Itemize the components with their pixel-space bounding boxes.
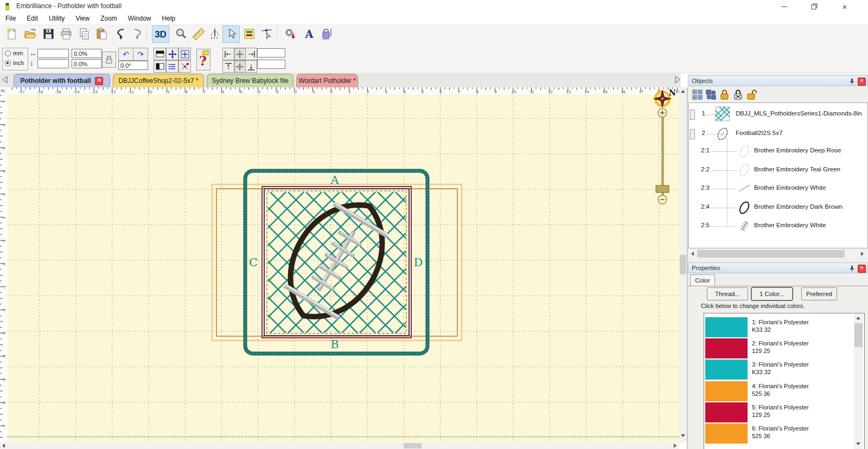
menu-zoom[interactable]: Zoom (95, 14, 123, 23)
tool-save-button[interactable] (40, 25, 58, 43)
menu-edit[interactable]: Edit (21, 14, 43, 23)
restore-button[interactable] (802, 0, 827, 13)
colors-vscrollbar[interactable] (854, 313, 863, 449)
objects-tool-unlock-button[interactable] (745, 88, 757, 100)
tool-object-properties-button[interactable] (241, 25, 258, 43)
scroll-up-icon[interactable] (681, 90, 685, 93)
object-tree-row[interactable]: 2:4Brother Embroidery Dark Brown (689, 198, 868, 217)
minimize-button[interactable] (771, 0, 796, 13)
menu-help[interactable]: Help (157, 14, 181, 23)
object-tree-row[interactable]: 1DBJJ_MLS_PotholdersSeries1-Diamonds-8in (689, 105, 868, 124)
thread-color-row[interactable]: 3: Floriani's PolyesterK33 32 (704, 360, 863, 380)
color-swatch[interactable] (705, 338, 748, 358)
scroll-left-icon[interactable] (691, 252, 694, 256)
tool-merge-design-button[interactable] (318, 25, 335, 43)
object-tree-row[interactable]: 2:1Brother Embroidery Deep Rose (689, 142, 868, 161)
tool-copy-button[interactable] (76, 25, 93, 43)
one-color-button[interactable]: 1 Color... (751, 287, 793, 300)
tool-zoom-button[interactable] (173, 25, 190, 43)
help-hoop-button[interactable]: ? (196, 49, 210, 70)
tab-close-icon[interactable]: ✕ (95, 77, 103, 85)
aspect-lock-button[interactable] (102, 52, 116, 68)
color-swatch[interactable] (705, 402, 748, 422)
thread-color-row[interactable]: 1: Floriani's PolyesterK33 32 (704, 317, 863, 338)
rotate-left-button[interactable]: ↶ (118, 48, 133, 61)
tabs-scroll-right-icon[interactable] (674, 76, 681, 84)
tool-align-right-button[interactable] (245, 48, 257, 60)
properties-close-icon[interactable]: ✕ (858, 265, 866, 273)
tool-open-button[interactable] (22, 25, 39, 43)
tab-document-2[interactable]: Sydney Brew Babylock file (207, 74, 293, 87)
pin-icon[interactable] (848, 78, 856, 85)
tool-paste-button[interactable] (93, 25, 111, 43)
thread-color-row[interactable]: 6: Floriani's Polyester525 36 (704, 424, 863, 444)
unit-inch-radio[interactable]: inch (3, 58, 28, 68)
tool-stitch-black-left-button[interactable] (154, 60, 166, 73)
tool-align-center-h-button[interactable] (234, 48, 246, 60)
rotate-right-button[interactable]: ↷ (133, 48, 148, 61)
object-tree-row[interactable]: 2:5Brother Embroidery White (689, 217, 868, 235)
scroll-down-icon[interactable] (681, 434, 685, 437)
color-swatch[interactable] (705, 381, 748, 401)
color-swatch[interactable] (705, 424, 748, 444)
extra-field-bottom[interactable] (257, 60, 285, 69)
height-input[interactable] (37, 59, 69, 68)
tool-align-bottom-button[interactable] (245, 60, 257, 73)
tool-stitch-edit-button[interactable] (258, 25, 276, 43)
tool-design-properties-button[interactable] (282, 25, 299, 43)
menu-view[interactable]: View (70, 14, 95, 23)
close-button[interactable]: × (832, 0, 857, 13)
thread-color-row[interactable]: 4: Floriani's Polyester525 36 (704, 381, 863, 402)
tool-undo-button[interactable] (112, 25, 129, 43)
vscroll-thumb[interactable] (680, 255, 686, 274)
objects-hscrollbar[interactable] (688, 249, 867, 258)
menu-window[interactable]: Window (123, 14, 157, 23)
design-canvas[interactable]: ABCD (8, 94, 679, 442)
object-tree-row[interactable]: 2:3Brother Embroidery White (689, 179, 868, 198)
object-tree-row[interactable]: 2Football2I2S 5x7 (689, 125, 868, 143)
height-percent-input[interactable] (72, 59, 102, 68)
thread-button[interactable]: Thread... (707, 287, 748, 300)
tool-align-center-v-button[interactable] (234, 60, 246, 73)
objects-list[interactable]: 1DBJJ_MLS_PotholdersSeries1-Diamonds-8in… (688, 102, 868, 248)
scroll-left-icon[interactable] (2, 444, 5, 448)
objects-tool-select-mode-button[interactable] (691, 88, 703, 100)
hscroll-thumb[interactable] (404, 443, 422, 448)
canvas-hscrollbar[interactable] (0, 442, 679, 449)
tab-document-0[interactable]: Potholder with football✕ (14, 74, 110, 87)
tool-view-3d-button[interactable]: 3D (152, 25, 169, 43)
preferred-button[interactable]: Preferred (801, 287, 837, 300)
tool-print-button[interactable] (58, 25, 75, 43)
tool-stitch-black-top-button[interactable] (154, 48, 166, 60)
colors-vscroll-thumb[interactable] (854, 323, 863, 347)
canvas-vscrollbar[interactable] (679, 87, 687, 442)
tab-document-3[interactable]: Wordart Potholder * (296, 74, 358, 87)
objects-tool-group-mode-button[interactable] (705, 88, 717, 100)
tool-align-left-button[interactable] (222, 48, 234, 60)
color-swatch[interactable] (705, 360, 748, 380)
tool-new-button[interactable] (3, 25, 21, 43)
tool-align-top-button[interactable] (222, 60, 234, 73)
tool-measure-button[interactable] (190, 25, 207, 43)
width-input[interactable] (37, 49, 69, 58)
scroll-down-icon[interactable] (856, 442, 860, 445)
unit-mm-radio[interactable]: mm (3, 48, 28, 58)
tool-fit-window-button[interactable] (178, 48, 191, 60)
tabs-scroll-left-icon[interactable] (2, 76, 8, 84)
thread-color-row[interactable]: 5: Floriani's Polyester129 25 (704, 402, 863, 423)
menu-file[interactable]: File (0, 14, 21, 23)
tool-lettering-button[interactable]: A (301, 25, 318, 43)
objects-close-icon[interactable]: ✕ (858, 78, 866, 86)
tool-move-cross-button[interactable] (166, 48, 178, 60)
objects-tool-lock-button[interactable] (718, 88, 730, 100)
objects-hscroll-thumb[interactable] (697, 250, 845, 258)
extra-field-top[interactable] (257, 48, 285, 57)
menu-utility[interactable]: Utility (43, 14, 70, 23)
tool-select-button[interactable] (222, 25, 240, 43)
tool-redo-button[interactable] (129, 25, 146, 43)
scroll-right-icon[interactable] (674, 444, 676, 448)
pin-icon[interactable] (848, 265, 856, 272)
angle-input[interactable] (118, 61, 148, 70)
thread-color-list[interactable]: 1: Floriani's PolyesterK33 322: Floriani… (704, 313, 865, 449)
scroll-up-icon[interactable] (856, 317, 860, 319)
